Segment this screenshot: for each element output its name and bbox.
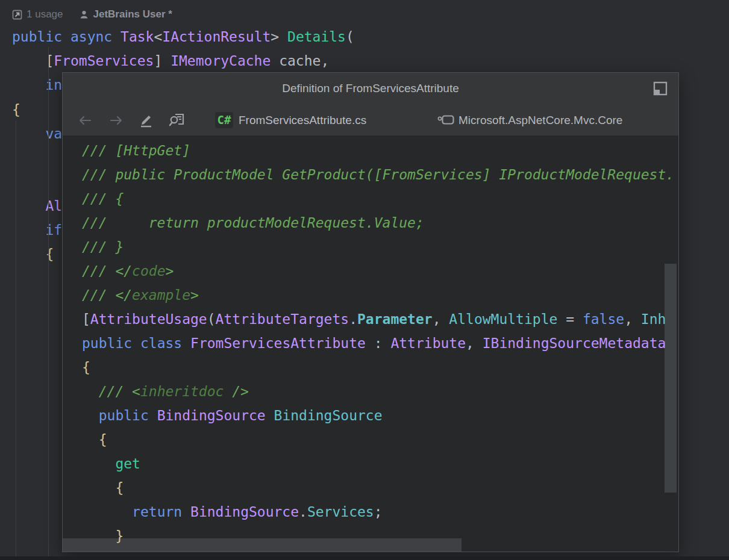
code-token: AttributeUsage xyxy=(90,311,207,327)
popup-code-area: /// [HttpGet]/// public ProductModel Get… xyxy=(63,135,678,552)
code-token: /// < xyxy=(82,384,140,399)
code-line[interactable]: /// </example> xyxy=(63,283,199,307)
code-token: if xyxy=(12,222,62,238)
code-token: Task xyxy=(120,29,154,45)
code-token: , xyxy=(433,311,449,327)
author-hint[interactable]: JetBrains User * xyxy=(79,8,172,20)
code-line[interactable]: /// return productModelRequest.Value; xyxy=(63,211,424,235)
code-token: ; xyxy=(374,504,383,520)
code-line[interactable]: { xyxy=(63,476,124,500)
code-token: Al xyxy=(12,198,62,214)
code-line[interactable]: [FromServices] IMemoryCache cache, xyxy=(12,49,329,73)
code-token: public xyxy=(12,29,62,45)
code-token: /// { xyxy=(82,191,124,207)
code-line[interactable]: get xyxy=(63,452,140,476)
code-token: public xyxy=(82,335,132,351)
code-line[interactable]: [AttributeUsage(AttributeTargets.Paramet… xyxy=(63,307,666,331)
code-token xyxy=(82,456,115,471)
back-button[interactable] xyxy=(76,112,94,129)
popup-file-name: FromServicesAttribute.cs xyxy=(239,112,366,129)
code-vision-bar: 1 usage JetBrains User * xyxy=(12,7,172,22)
assembly-icon xyxy=(437,114,455,128)
code-token xyxy=(182,335,190,351)
csharp-file-icon: C# xyxy=(215,112,233,128)
code-token: ( xyxy=(207,311,216,327)
code-line[interactable]: in xyxy=(12,73,62,97)
code-token xyxy=(82,504,132,520)
code-token: . xyxy=(349,311,357,327)
code-token: AttributeTargets xyxy=(216,311,349,327)
code-token: code xyxy=(132,263,165,279)
code-token: FromServices xyxy=(54,53,154,69)
code-token: inheritdoc xyxy=(140,384,224,399)
code-token: > xyxy=(271,29,287,45)
code-token: Details xyxy=(287,29,346,45)
open-in-window-icon[interactable] xyxy=(652,81,668,96)
ide-editor: 1 usage JetBrains User * public async Ta… xyxy=(0,0,729,560)
code-token: cache, xyxy=(271,53,329,69)
code-token xyxy=(182,504,190,520)
code-line[interactable]: /// public ProductModel GetProduct([From… xyxy=(63,163,674,187)
code-line[interactable]: /// </code> xyxy=(63,259,174,283)
code-line[interactable]: { xyxy=(63,428,107,452)
code-token: /// } xyxy=(82,239,124,255)
code-line[interactable]: } xyxy=(63,524,124,548)
code-line[interactable]: if xyxy=(12,218,62,242)
usages-hint[interactable]: 1 usage xyxy=(12,8,63,20)
code-line[interactable]: public class FromServicesAttribute : Att… xyxy=(63,331,666,355)
popup-header: Definition of FromServicesAttribute xyxy=(63,73,678,135)
code-line[interactable]: public async Task<IActionResult> Details… xyxy=(12,25,354,49)
code-token: false xyxy=(583,311,624,327)
forward-button[interactable] xyxy=(107,112,125,129)
code-token: BindingSource xyxy=(274,408,383,423)
code-line[interactable]: Al xyxy=(12,194,62,218)
popup-title: Definition of FromServicesAttribute xyxy=(63,73,678,104)
code-token: BindingSource xyxy=(190,504,299,520)
code-token xyxy=(266,408,274,423)
code-line[interactable]: { xyxy=(12,242,54,266)
code-token: /// </ xyxy=(82,287,132,303)
code-token: in xyxy=(12,77,62,93)
code-token: , xyxy=(466,335,483,351)
edit-source-button[interactable] xyxy=(137,112,155,129)
definition-popup: Definition of FromServicesAttribute xyxy=(62,72,679,552)
code-line[interactable]: { xyxy=(63,355,90,379)
find-usages-button[interactable] xyxy=(167,112,186,129)
code-token: = xyxy=(557,311,583,327)
code-token: { xyxy=(82,432,107,447)
code-line[interactable]: public BindingSource BindingSource xyxy=(63,403,383,428)
code-token xyxy=(112,29,120,45)
popup-toolbar: C# FromServicesAttribute.cs Microsoft.As… xyxy=(63,104,678,135)
usages-icon xyxy=(12,10,22,20)
code-line[interactable]: { xyxy=(12,98,20,122)
code-line[interactable]: /// <inheritdoc /> xyxy=(63,379,249,403)
code-token: , xyxy=(624,311,641,327)
code-token: . xyxy=(299,504,307,520)
code-line[interactable]: va xyxy=(12,122,62,146)
person-icon xyxy=(79,10,89,20)
code-token: < xyxy=(154,29,162,45)
code-token: /// [HttpGet] xyxy=(82,143,190,158)
code-line[interactable]: /// [HttpGet] xyxy=(63,138,190,163)
code-token: Services xyxy=(307,504,374,520)
code-line[interactable]: /// { xyxy=(63,187,124,211)
code-token: { xyxy=(82,359,90,375)
code-line[interactable]: return BindingSource.Services; xyxy=(63,500,383,524)
code-token: Inh xyxy=(641,311,666,327)
code-token: : xyxy=(366,335,391,351)
code-token: > xyxy=(165,263,174,279)
editor-bottom-edge xyxy=(0,556,729,560)
code-token xyxy=(82,408,99,423)
code-token: /// </ xyxy=(82,263,132,279)
indent-guide xyxy=(48,47,49,556)
code-token xyxy=(132,335,140,351)
code-token: FromServicesAttribute xyxy=(190,335,366,351)
code-line[interactable]: /// } xyxy=(63,235,124,259)
code-token xyxy=(62,29,70,45)
popup-library-name: Microsoft.AspNetCore.Mvc.Core xyxy=(458,112,622,129)
code-token: [ xyxy=(82,311,90,327)
code-token: } xyxy=(82,528,124,544)
popup-title-bar[interactable]: Definition of FromServicesAttribute xyxy=(63,73,678,104)
vertical-scrollbar-thumb[interactable] xyxy=(665,264,677,493)
code-token: BindingSource xyxy=(157,408,266,423)
